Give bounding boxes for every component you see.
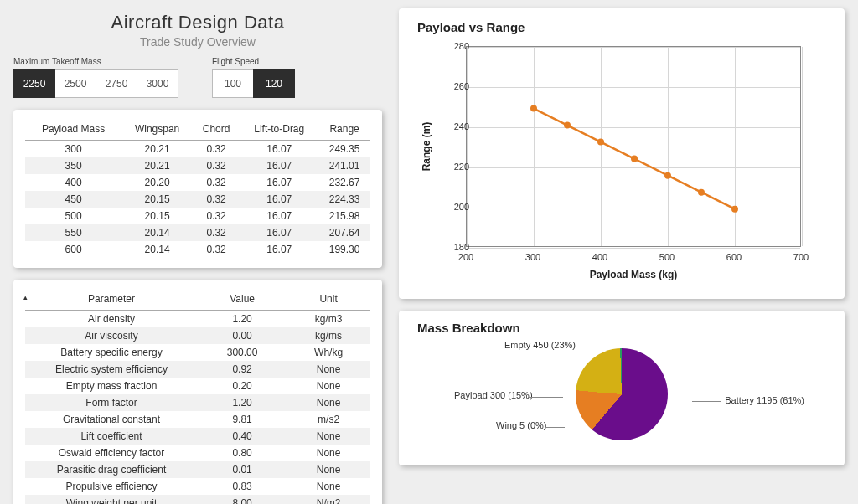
mtom-option-3000[interactable]: 3000 — [137, 69, 178, 98]
table-cell: None — [287, 394, 370, 411]
y-tick: 280 — [449, 41, 469, 51]
speed-label: Flight Speed — [212, 57, 295, 66]
table-cell: 16.07 — [240, 174, 318, 191]
table-cell: 20.21 — [121, 141, 193, 158]
column-header[interactable]: Lift-to-Drag — [240, 118, 318, 141]
mtom-option-2750[interactable]: 2750 — [96, 69, 137, 98]
svg-point-1 — [564, 122, 571, 129]
table-cell: 20.20 — [121, 174, 193, 191]
column-header[interactable]: Unit — [287, 288, 370, 311]
y-tick: 180 — [449, 242, 469, 252]
line-chart-title: Payload vs Range — [414, 20, 830, 34]
table-row[interactable]: Form factor1.20None — [25, 394, 370, 411]
table-row[interactable]: 40020.200.3216.07232.67 — [25, 174, 370, 191]
table-cell: Air viscosity — [25, 327, 198, 344]
line-chart-ylabel: Range (m) — [421, 122, 432, 172]
table-cell: 0.00 — [198, 327, 287, 344]
column-header[interactable]: Payload Mass — [25, 118, 121, 141]
speed-option-100[interactable]: 100 — [212, 69, 254, 98]
svg-point-0 — [530, 105, 537, 112]
pie-label-empty: Empty 450 (23%) — [504, 340, 576, 350]
column-header[interactable]: Value — [198, 288, 287, 311]
table-cell: 0.32 — [193, 141, 240, 158]
table-cell: 207.64 — [318, 224, 370, 241]
table-cell: 20.14 — [121, 224, 193, 241]
table-cell: 249.35 — [318, 141, 370, 158]
pie-label-battery: Battery 1195 (61%) — [725, 395, 804, 405]
table-row[interactable]: 55020.140.3216.07207.64 — [25, 224, 370, 241]
svg-point-5 — [698, 189, 705, 196]
x-tick: 500 — [659, 252, 675, 262]
param-table-card: ParameterValueUnit Air density1.20kg/m3A… — [13, 280, 382, 504]
table-row[interactable]: Air density1.20kg/m3 — [25, 311, 370, 328]
table-row[interactable]: Wing weight per unit8.00N/m2 — [25, 495, 370, 504]
pie-label-payload: Payload 300 (15%) — [454, 390, 533, 400]
pie-chart-card: Mass Breakdown Battery 1195 (61%) Payloa… — [399, 311, 845, 465]
mtom-control: Maximum Takeoff Mass 2250250027503000 — [13, 57, 178, 98]
table-row[interactable]: 50020.150.3216.07215.98 — [25, 208, 370, 224]
table-cell: 16.07 — [240, 224, 318, 241]
table-cell: 16.07 — [240, 208, 318, 224]
table-row[interactable]: 60020.140.3216.07199.30 — [25, 241, 370, 258]
table-row[interactable]: 30020.210.3216.07249.35 — [25, 141, 370, 158]
table-cell: 232.67 — [318, 174, 370, 191]
x-tick: 300 — [525, 252, 540, 262]
table-row[interactable]: Parasitic drag coefficient0.01None — [25, 461, 370, 478]
mtom-option-2250[interactable]: 2250 — [13, 69, 55, 98]
table-cell: 20.14 — [121, 241, 193, 258]
column-header[interactable]: Range — [318, 118, 370, 141]
table-cell: None — [287, 478, 370, 495]
table-cell: 16.07 — [240, 241, 318, 258]
y-tick: 200 — [449, 202, 469, 212]
speed-option-120[interactable]: 120 — [253, 69, 295, 98]
design-table-card: Payload MassWingspanChordLift-to-DragRan… — [13, 110, 382, 268]
table-cell: 0.32 — [193, 174, 240, 191]
svg-point-2 — [597, 139, 604, 146]
table-cell: 224.33 — [318, 191, 370, 208]
table-cell: 0.92 — [198, 361, 287, 378]
table-cell: Form factor — [25, 394, 198, 411]
table-cell: 0.40 — [198, 428, 287, 445]
table-cell: Oswald efficiency factor — [25, 445, 198, 461]
table-row[interactable]: 45020.150.3216.07224.33 — [25, 191, 370, 208]
table-cell: 8.00 — [198, 495, 287, 504]
page-title: Aircraft Design Data — [13, 12, 382, 33]
column-header[interactable]: Wingspan — [121, 118, 193, 141]
table-row[interactable]: 35020.210.3216.07241.01 — [25, 157, 370, 174]
table-row[interactable]: Air viscosity0.00kg/ms — [25, 327, 370, 344]
column-header[interactable]: Chord — [193, 118, 240, 141]
table-cell: m/s2 — [287, 411, 370, 428]
svg-point-4 — [664, 172, 671, 179]
table-cell: 0.32 — [193, 241, 240, 258]
mtom-option-2500[interactable]: 2500 — [54, 69, 96, 98]
table-cell: 400 — [25, 174, 121, 191]
column-header[interactable]: Parameter — [25, 288, 198, 311]
table-cell: N/m2 — [287, 495, 370, 504]
table-row[interactable]: Gravitational constant9.81m/s2 — [25, 411, 370, 428]
table-cell: Propulsive efficiency — [25, 478, 198, 495]
table-cell: Empty mass fraction — [25, 378, 198, 394]
table-cell: 0.80 — [198, 445, 287, 461]
table-row[interactable]: Propulsive efficiency0.83None — [25, 478, 370, 495]
svg-point-6 — [731, 206, 738, 213]
table-row[interactable]: Oswald efficiency factor0.80None — [25, 445, 370, 461]
table-cell: 0.01 — [198, 461, 287, 478]
y-tick: 220 — [449, 162, 469, 172]
table-row[interactable]: Empty mass fraction0.20None — [25, 378, 370, 394]
table-cell: Electric system efficiency — [25, 361, 198, 378]
pie-chart: Battery 1195 (61%) Payload 300 (15%) Emp… — [414, 340, 830, 449]
table-cell: 500 — [25, 208, 121, 224]
line-chart: Payload Mass (kg) Range (m) 200300400500… — [419, 39, 821, 282]
y-tick: 260 — [449, 81, 469, 91]
table-cell: kg/m3 — [287, 311, 370, 328]
table-row[interactable]: Battery specific energy300.00Wh/kg — [25, 344, 370, 361]
table-cell: None — [287, 461, 370, 478]
table-cell: 450 — [25, 191, 121, 208]
table-cell: 350 — [25, 157, 121, 174]
line-chart-xlabel: Payload Mass (kg) — [466, 269, 801, 280]
table-row[interactable]: Electric system efficiency0.92None — [25, 361, 370, 378]
design-table: Payload MassWingspanChordLift-to-DragRan… — [25, 118, 370, 258]
table-row[interactable]: Lift coefficient0.40None — [25, 428, 370, 445]
table-cell: 0.20 — [198, 378, 287, 394]
table-cell: None — [287, 445, 370, 461]
